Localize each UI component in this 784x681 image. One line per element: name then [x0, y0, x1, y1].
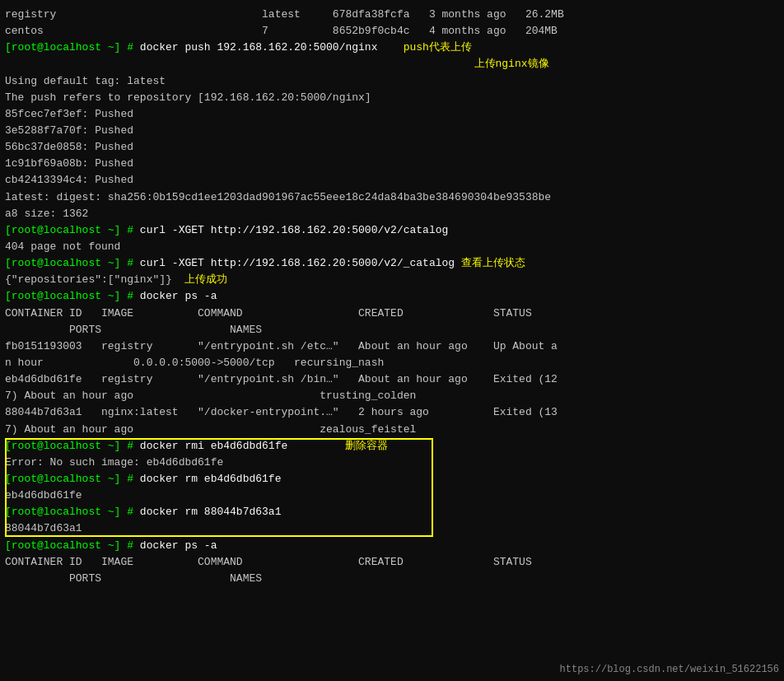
- line-push-5: cb42413394c4: Pushed: [5, 172, 779, 189]
- line-size: a8 size: 1362: [5, 206, 779, 222]
- line-curl-catalog2: [root@localhost ~] # curl -XGET http://1…: [5, 255, 779, 272]
- line-docker-rmi: [root@localhost ~] # docker rmi eb4d6dbd…: [5, 438, 779, 455]
- highlight-section: [root@localhost ~] # docker rmi eb4d6dbd…: [5, 438, 779, 521]
- line-curl-catalog: [root@localhost ~] # curl -XGET http://1…: [5, 222, 779, 239]
- line-repositories: {"repositories":["nginx"]} 上传成功: [5, 272, 779, 288]
- line-container-fb2: n hour 0.0.0.0:5000->5000/tcp recursing_…: [5, 355, 779, 371]
- line-container-88: 88044b7d63a1 nginx:latest "/docker-entry…: [5, 404, 779, 421]
- terminal: registry latest 678dfa38fcfa 3 months ag…: [0, 0, 784, 681]
- line-using-default: Using default tag: latest: [5, 73, 779, 90]
- line-push-4: 1c91bf69a08b: Pushed: [5, 156, 779, 172]
- line-container-eb: eb4d6dbd61fe registry "/entrypoint.sh /b…: [5, 371, 779, 388]
- line-error-no-image: Error: No such image: eb4d6dbd61fe: [5, 455, 779, 471]
- line-docker-push: [root@localhost ~] # docker push 192.168…: [5, 40, 779, 56]
- line-docker-ps-a2: [root@localhost ~] # docker ps -a: [5, 538, 779, 554]
- line-docker-ps-a1: [root@localhost ~] # docker ps -a: [5, 288, 779, 305]
- line-container-882: 7) About an hour ago zealous_feistel: [5, 422, 779, 438]
- line-push-3: 56bc37de0858: Pushed: [5, 139, 779, 156]
- footer-link: https://blog.csdn.net/weixin_51622156: [560, 662, 779, 678]
- line-container-fb: fb0151193003 registry "/entrypoint.sh /e…: [5, 338, 779, 355]
- line-rm-88-result: 88044b7d63a1: [5, 520, 779, 537]
- line-registry-1: registry latest 678dfa38fcfa 3 months ag…: [5, 7, 779, 23]
- line-container-eb2: 7) About an hour ago trusting_colden: [5, 388, 779, 404]
- line-comment-upload: 上传nginx镜像: [5, 56, 779, 72]
- line-push-2: 3e5288f7a70f: Pushed: [5, 123, 779, 139]
- line-table-header1: CONTAINER ID IMAGE COMMAND CREATED STATU…: [5, 306, 779, 322]
- line-table-header3: CONTAINER ID IMAGE COMMAND CREATED STATU…: [5, 554, 779, 571]
- line-push-refers: The push refers to repository [192.168.1…: [5, 90, 779, 106]
- line-docker-rm-88: [root@localhost ~] # docker rm 88044b7d6…: [5, 504, 779, 520]
- line-centos: centos 7 8652b9f0cb4c 4 months ago 204MB: [5, 23, 779, 40]
- line-table-header4: PORTS NAMES: [5, 571, 779, 587]
- line-docker-rm-eb: [root@localhost ~] # docker rm eb4d6dbd6…: [5, 471, 779, 487]
- line-digest: latest: digest: sha256:0b159cd1ee1203dad…: [5, 189, 779, 206]
- line-push-1: 85fcec7ef3ef: Pushed: [5, 106, 779, 123]
- line-table-header2: PORTS NAMES: [5, 322, 779, 338]
- line-404: 404 page not found: [5, 239, 779, 255]
- line-rm-eb-result: eb4d6dbd61fe: [5, 487, 779, 504]
